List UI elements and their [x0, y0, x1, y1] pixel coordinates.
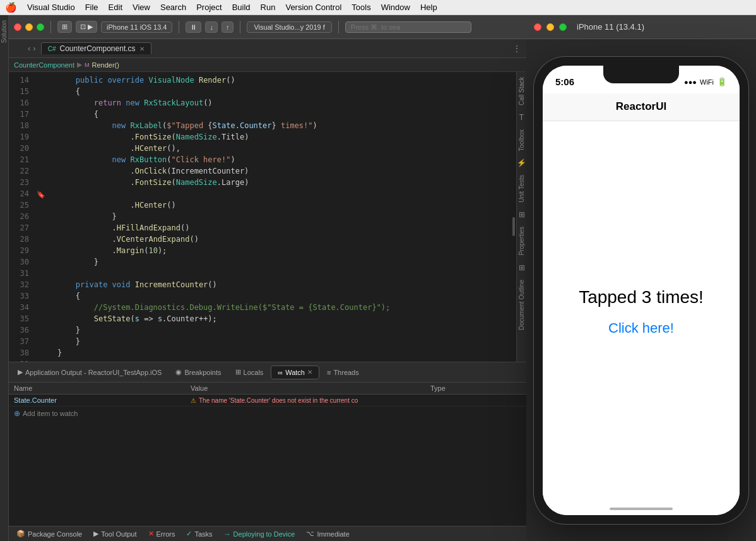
- watch-item-type: [425, 396, 526, 404]
- tab-forward-button[interactable]: ›: [33, 44, 35, 53]
- breadcrumb-class[interactable]: CounterComponent: [14, 61, 74, 69]
- add-watch-item[interactable]: ⊕ Add item to watch: [9, 407, 526, 420]
- call-stack-label[interactable]: Call Stack: [517, 72, 526, 110]
- iphone-screen[interactable]: 5:06 ●●● WiFi 🔋 ReactorUI Tapped 3 times…: [543, 66, 740, 515]
- deploying-icon: →: [224, 530, 231, 538]
- code-line-32: private void IncrementCounter(): [34, 279, 516, 290]
- menubar-edit[interactable]: Edit: [109, 3, 122, 12]
- code-content[interactable]: public override VisualNode Render() { re…: [34, 72, 516, 362]
- add-icon: ⊕: [14, 409, 20, 418]
- immediate-label: Immediate: [317, 530, 349, 538]
- code-line-27: .HFillAndExpand(): [34, 222, 516, 234]
- code-line-25: .HCenter(): [34, 199, 516, 211]
- toolbar-separator-3: [240, 21, 240, 33]
- window-close-button[interactable]: [14, 23, 21, 31]
- status-errors[interactable]: ✕ Errors: [143, 528, 180, 539]
- sim-maximize-button[interactable]: [559, 23, 567, 31]
- watch-tab-close[interactable]: ✕: [307, 369, 312, 376]
- watch-label: Watch: [285, 369, 305, 376]
- menubar-run[interactable]: Run: [261, 3, 276, 12]
- status-bar: 📦 Package Console ▶ Tool Output ✕ Errors…: [9, 526, 526, 541]
- tab-filename: CounterComponent.cs: [59, 44, 135, 53]
- tab-threads[interactable]: ≡ Threads: [321, 366, 365, 379]
- status-deploying[interactable]: → Deploying to Device: [219, 529, 300, 539]
- menubar-project[interactable]: Project: [196, 3, 221, 12]
- menubar-window[interactable]: Window: [381, 3, 410, 12]
- tab-breakpoints[interactable]: ◉ Breakpoints: [169, 366, 227, 379]
- code-line-14: public override VisualNode Render(): [34, 74, 516, 86]
- package-console-icon: 📦: [16, 530, 25, 538]
- sim-close-button[interactable]: [534, 23, 541, 31]
- toolbar-separator-4: [338, 21, 339, 33]
- scroll-indicator: [512, 217, 515, 236]
- code-line-35: SetState(s => s.Counter++);: [34, 313, 516, 324]
- code-line-26: }: [34, 211, 516, 222]
- iphone-mockup: 5:06 ●●● WiFi 🔋 ReactorUI Tapped 3 times…: [534, 57, 748, 524]
- watch-error-text: The name 'State.Counter' does not exist …: [199, 397, 358, 404]
- layout-toggle-button-2[interactable]: ⊡ ▶: [76, 21, 97, 33]
- menubar-view[interactable]: View: [133, 3, 150, 12]
- breakpoints-label: Breakpoints: [184, 369, 221, 376]
- tab-back-button[interactable]: ‹: [28, 44, 30, 53]
- tasks-icon: ✓: [186, 530, 192, 538]
- iphone-body[interactable]: Tapped 3 times! Click here!: [543, 121, 740, 502]
- simulator-panel: iPhone 11 (13.4.1) 5:06 ●●● WiFi 🔋 Rea: [526, 15, 756, 541]
- signal-icon: ●●●: [684, 78, 697, 86]
- bottom-panel: ▶ Application Output - ReactorUI_TestApp…: [9, 362, 526, 526]
- code-line-16: return new RxStackLayout(): [34, 97, 516, 109]
- step-out-button[interactable]: ↑: [221, 21, 234, 33]
- tapped-text: Tapped 3 times!: [579, 287, 704, 307]
- window-title: Visual Studio...y 2019 f: [247, 21, 331, 33]
- code-line-31: [34, 268, 516, 279]
- search-input[interactable]: [345, 21, 471, 33]
- code-line-29: .Margin(10);: [34, 245, 516, 256]
- window-minimize-button[interactable]: [25, 23, 33, 31]
- status-tasks[interactable]: ✓ Tasks: [181, 528, 217, 539]
- tab-bar: ‹ › C# CounterComponent.cs ✕ ⋮: [9, 39, 526, 58]
- document-outline-label[interactable]: Document Outline: [517, 275, 526, 335]
- unit-tests-label[interactable]: Unit Tests: [517, 170, 526, 208]
- code-line-21: new RxButton("Click here!"): [34, 154, 516, 165]
- tab-locals[interactable]: ⊞ Locals: [229, 366, 270, 379]
- menubar-help[interactable]: Help: [420, 3, 437, 12]
- toolbox-label[interactable]: Toolbox: [517, 124, 526, 156]
- status-tool-output[interactable]: ▶ Tool Output: [88, 528, 141, 539]
- sim-minimize-button[interactable]: [546, 23, 554, 31]
- pause-button[interactable]: ⏸: [186, 21, 201, 33]
- status-immediate[interactable]: ⌥ Immediate: [301, 528, 354, 539]
- status-package-console[interactable]: 📦 Package Console: [11, 528, 87, 539]
- menubar-file[interactable]: File: [85, 3, 98, 12]
- click-here-button[interactable]: Click here!: [608, 320, 674, 336]
- tab-watch[interactable]: ∞ Watch ✕: [271, 366, 319, 379]
- window-maximize-button[interactable]: [37, 23, 44, 31]
- solution-label[interactable]: Solution: [0, 15, 9, 48]
- menubar-search[interactable]: Search: [160, 3, 186, 12]
- solution-sidebar: Solution: [0, 15, 9, 541]
- ide-panel: ⊞ ⊡ ▶ iPhone 11 iOS 13.4 ⏸ ↓ ↑ Visual St…: [9, 15, 526, 541]
- tool-output-label: Tool Output: [101, 530, 136, 538]
- breakpoint-icon: 🔖: [37, 189, 45, 201]
- threads-label: Threads: [333, 369, 358, 376]
- apple-menu[interactable]: 🍎: [5, 2, 17, 13]
- line-numbers: 1415161718 1920212223 2425262728 2930313…: [9, 72, 34, 362]
- menubar-visual-studio[interactable]: Visual Studio: [27, 3, 75, 12]
- watch-item-name: State.Counter: [9, 396, 186, 404]
- code-line-28: .VCenterAndExpand(): [34, 234, 516, 245]
- tab-close-button[interactable]: ✕: [139, 45, 145, 52]
- package-console-label: Package Console: [28, 530, 82, 538]
- step-in-button[interactable]: ↓: [205, 21, 218, 33]
- properties-label[interactable]: Properties: [517, 222, 526, 261]
- breadcrumb-method[interactable]: Render(): [92, 61, 119, 69]
- app-output-label: Application Output - ReactorUI_TestApp.i…: [25, 369, 162, 376]
- col-name-header: Name: [9, 384, 186, 392]
- menubar-build[interactable]: Build: [232, 3, 251, 12]
- tab-app-output[interactable]: ▶ Application Output - ReactorUI_TestApp…: [11, 366, 168, 379]
- menubar-version-control[interactable]: Version Control: [285, 3, 341, 12]
- code-line-17: {: [34, 109, 516, 120]
- device-selector[interactable]: iPhone 11 iOS 13.4: [101, 21, 172, 33]
- threads-icon: ≡: [327, 369, 331, 376]
- layout-toggle-button[interactable]: ⊞: [57, 21, 72, 33]
- tab-options-button[interactable]: ⋮: [512, 44, 521, 54]
- menubar-tools[interactable]: Tools: [351, 3, 370, 12]
- active-tab[interactable]: C# CounterComponent.cs ✕: [41, 42, 151, 54]
